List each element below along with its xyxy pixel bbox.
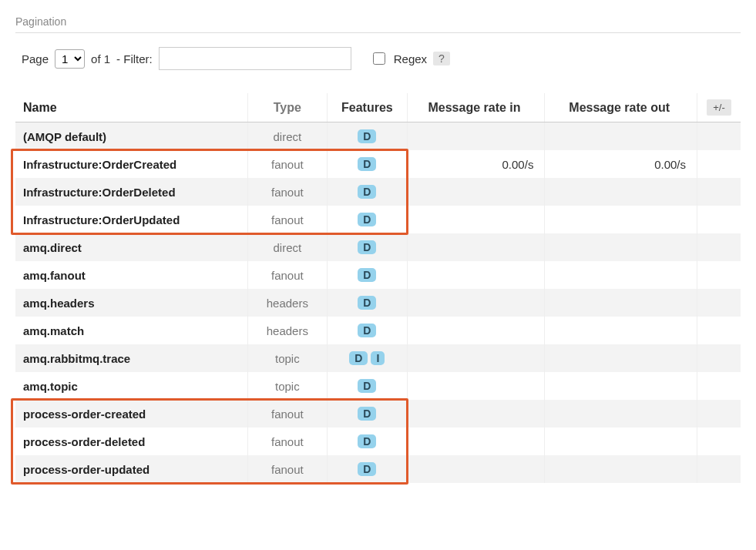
header-name[interactable]: Name [15, 93, 247, 122]
exchange-name-link[interactable]: amq.direct [15, 233, 247, 261]
exchange-name-link[interactable]: Infrastructure:OrderDeleted [15, 178, 247, 206]
rate-out [545, 233, 697, 261]
feature-badge: I [371, 351, 385, 365]
rate-out [545, 344, 697, 372]
filter-label: - Filter: [116, 52, 153, 65]
rate-out [545, 289, 697, 317]
rate-out [545, 122, 697, 151]
exchange-features: D [328, 178, 408, 206]
table-row: process-order-deletedfanoutD [15, 428, 741, 455]
feature-badge: D [358, 268, 376, 282]
rate-in [407, 317, 545, 344]
rate-out [545, 372, 697, 400]
empty-cell [697, 455, 741, 483]
feature-badge: D [358, 379, 376, 393]
exchange-features: D [328, 317, 408, 344]
feature-badge: D [358, 462, 376, 476]
rate-in [407, 178, 545, 206]
feature-badge: D [358, 129, 376, 143]
exchange-name-link[interactable]: amq.topic [15, 372, 247, 400]
table-row: amq.topictopicD [15, 372, 741, 400]
empty-cell [697, 122, 741, 151]
exchange-type: direct [247, 122, 328, 151]
table-row: Infrastructure:OrderDeletedfanoutD [15, 178, 741, 206]
exchange-name-link[interactable]: process-order-created [15, 400, 247, 428]
exchange-name-link[interactable]: process-order-deleted [15, 428, 247, 455]
exchange-features: D [328, 233, 408, 261]
table-row: Infrastructure:OrderCreatedfanoutD0.00/s… [15, 150, 741, 178]
columns-toggle-button[interactable]: +/- [707, 99, 731, 116]
exchange-name-link[interactable]: amq.headers [15, 289, 247, 317]
exchange-name-link[interactable]: Infrastructure:OrderCreated [15, 150, 247, 178]
rate-in [407, 400, 545, 428]
empty-cell [697, 206, 741, 233]
rate-in [407, 233, 545, 261]
regex-label: Regex [394, 52, 427, 65]
exchange-features: D [328, 400, 408, 428]
pagination-controls: Page 1 of 1 - Filter: Regex ? [15, 47, 741, 70]
exchange-type: fanout [247, 455, 328, 483]
help-icon[interactable]: ? [433, 52, 450, 65]
feature-badge: D [358, 240, 376, 254]
empty-cell [697, 289, 741, 317]
empty-cell [697, 178, 741, 206]
exchange-name-link[interactable]: (AMQP default) [15, 122, 247, 151]
page-label: Page [22, 52, 49, 65]
table-row: process-order-createdfanoutD [15, 400, 741, 428]
exchange-type: fanout [247, 428, 328, 455]
exchange-type: headers [247, 317, 328, 344]
rate-out [545, 317, 697, 344]
rate-out [545, 428, 697, 455]
empty-cell [697, 372, 741, 400]
rate-out [545, 206, 697, 233]
regex-checkbox[interactable] [373, 52, 385, 65]
exchange-features: D [328, 206, 408, 233]
feature-badge: D [358, 157, 376, 171]
table-row: Infrastructure:OrderUpdatedfanoutD [15, 206, 741, 233]
feature-badge: D [358, 324, 376, 337]
empty-cell [697, 261, 741, 289]
exchange-name-link[interactable]: amq.rabbitmq.trace [15, 344, 247, 372]
exchange-name-link[interactable]: Infrastructure:OrderUpdated [15, 206, 247, 233]
exchange-name-link[interactable]: amq.fanout [15, 261, 247, 289]
feature-badge: D [358, 213, 376, 226]
feature-badge: D [358, 185, 376, 199]
section-title: Pagination [15, 15, 741, 33]
table-row: amq.matchheadersD [15, 317, 741, 344]
feature-badge: D [358, 407, 376, 421]
rate-out: 0.00/s [545, 150, 697, 178]
exchanges-table-wrap: Name Type Features Message rate in Messa… [15, 93, 741, 483]
exchange-features: D [328, 150, 408, 178]
empty-cell [697, 317, 741, 344]
header-type[interactable]: Type [247, 93, 328, 122]
rate-in [407, 372, 545, 400]
exchange-features: D [328, 122, 408, 151]
page-select[interactable]: 1 [55, 49, 85, 69]
exchange-features: DI [328, 344, 408, 372]
empty-cell [697, 150, 741, 178]
rate-out [545, 455, 697, 483]
rate-in [407, 206, 545, 233]
exchange-features: D [328, 261, 408, 289]
of-label: of 1 [91, 52, 110, 65]
rate-in [407, 344, 545, 372]
exchange-name-link[interactable]: process-order-updated [15, 455, 247, 483]
exchange-type: fanout [247, 261, 328, 289]
rate-out [545, 400, 697, 428]
empty-cell [697, 428, 741, 455]
exchange-type: topic [247, 344, 328, 372]
rate-out [545, 178, 697, 206]
table-row: amq.fanoutfanoutD [15, 261, 741, 289]
rate-out [545, 261, 697, 289]
header-toggle: +/- [697, 93, 741, 122]
exchange-features: D [328, 428, 408, 455]
empty-cell [697, 400, 741, 428]
exchange-name-link[interactable]: amq.match [15, 317, 247, 344]
filter-input[interactable] [159, 47, 351, 70]
header-features[interactable]: Features [328, 93, 408, 122]
feature-badge: D [349, 351, 368, 365]
rate-in [407, 261, 545, 289]
header-rate-in[interactable]: Message rate in [407, 93, 545, 122]
exchange-type: fanout [247, 150, 328, 178]
header-rate-out[interactable]: Message rate out [545, 93, 697, 122]
